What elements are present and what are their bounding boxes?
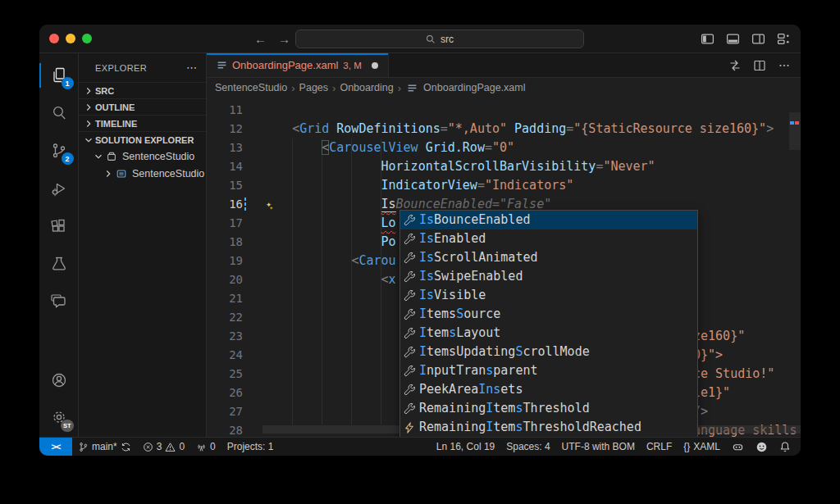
sidebar-section-src[interactable]: SRC — [79, 82, 206, 98]
xaml-file-icon — [217, 60, 227, 70]
suggest-item-remainingitemsthreshold[interactable]: RemainingItemsThreshold — [400, 399, 697, 418]
sidebar-section-outline[interactable]: OUTLINE — [79, 98, 206, 115]
property-icon — [404, 234, 415, 245]
tab-onboardingpage[interactable]: OnboardingPage.xaml 3, M — [207, 53, 389, 77]
forward-button[interactable]: → — [278, 32, 290, 46]
code-line-14[interactable]: 14 HorizontalScrollBarVisibility="Never" — [207, 157, 801, 176]
unsaved-dot-icon[interactable] — [372, 62, 378, 69]
tab-bar: OnboardingPage.xaml 3, M — [207, 53, 801, 78]
property-icon — [404, 309, 415, 320]
label: TIMELINE — [95, 119, 137, 129]
sidebar-item-testing[interactable] — [39, 245, 79, 283]
sidebar-item-extensions[interactable] — [39, 207, 79, 245]
account-icon — [49, 370, 69, 390]
close-window-button[interactable] — [49, 34, 59, 43]
search-box[interactable]: src — [295, 30, 584, 48]
suggest-item-inputtransparent[interactable]: InputTransparent — [400, 361, 697, 380]
suggest-item-isvisible[interactable]: IsVisible — [400, 286, 697, 305]
feedback-status[interactable] — [750, 441, 774, 453]
traffic-lights — [39, 34, 92, 43]
account-button[interactable] — [39, 361, 79, 399]
chevron-right-icon — [83, 118, 94, 129]
eol-status[interactable]: CRLF — [641, 441, 678, 452]
line-number: 16 — [207, 195, 243, 214]
tree-item-sentencestudio[interactable]: SentenceStudio — [79, 165, 206, 182]
sidebar-section-solution-explorer[interactable]: SOLUTION EXPLORER — [79, 131, 206, 148]
copilot-sparkle-icon[interactable]: ✦✦ — [266, 195, 276, 215]
toggle-panel-icon[interactable] — [726, 32, 740, 46]
overview-ruler-cursor-mark — [790, 121, 794, 125]
sidebar-actions-button[interactable]: ⋯ — [186, 61, 198, 74]
code-editor[interactable]: 10 ShellNavBarIsVisible="False">1112 <Gr… — [207, 98, 801, 437]
search-icon — [426, 34, 436, 44]
code-line-12[interactable]: 12 <Grid RowDefinitions="*,Auto" Padding… — [207, 120, 801, 138]
sidebar-item-source-control[interactable]: 2 — [39, 132, 79, 170]
suggest-item-itemsupdatingscrollmode[interactable]: ItemsUpdatingScrollMode — [400, 343, 697, 361]
more-actions-icon[interactable] — [778, 59, 791, 72]
tab-problems-badge: 3, M — [343, 61, 361, 70]
breadcrumb-item[interactable]: Pages — [299, 82, 328, 93]
back-button[interactable]: ← — [254, 32, 267, 46]
minimize-window-button[interactable] — [66, 34, 75, 43]
tree-item-sentencestudio[interactable]: SentenceStudio — [79, 148, 206, 165]
search-query: src — [441, 34, 454, 45]
open-changes-icon[interactable] — [728, 59, 742, 72]
notifications-status[interactable] — [774, 441, 801, 452]
problems-status[interactable]: 3 0 — [137, 438, 190, 456]
breadcrumb-separator: › — [291, 82, 294, 94]
code-line-15[interactable]: 15 IndicatorView="Indicators" — [207, 176, 801, 195]
language-status[interactable]: {} XAML — [678, 441, 726, 452]
sync-icon — [121, 442, 131, 452]
screen: ← → src — [0, 0, 840, 504]
customize-layout-icon[interactable] — [777, 32, 791, 46]
indentation-status[interactable]: Spaces: 4 — [500, 441, 555, 452]
line-number: 11 — [207, 101, 243, 120]
line-number: 21 — [207, 289, 243, 308]
line-number: 13 — [207, 138, 243, 157]
settings-badge: ST — [61, 420, 74, 432]
sidebar-item-chat[interactable] — [39, 283, 79, 320]
branch-status[interactable]: main* — [72, 438, 137, 456]
suggest-item-peekareainsets[interactable]: PeekAreaInsets — [400, 380, 697, 399]
label: SRC — [95, 86, 114, 96]
cursor-position-status[interactable]: Ln 16, Col 19 — [431, 441, 500, 452]
toggle-primary-sidebar-icon[interactable] — [701, 32, 714, 46]
ports-status[interactable]: 0 — [190, 438, 221, 456]
suggest-item-itemssource[interactable]: ItemsSource — [400, 305, 697, 324]
breadcrumb-item[interactable]: Onboarding — [340, 82, 393, 93]
label: OUTLINE — [95, 102, 135, 112]
property-icon — [404, 252, 415, 264]
suggest-item-isswipeenabled[interactable]: IsSwipeEnabled — [400, 267, 697, 286]
suggest-item-itemslayout[interactable]: ItemsLayout — [400, 324, 697, 343]
sidebar-item-explorer[interactable]: 1 — [39, 57, 79, 94]
sidebar-item-search[interactable] — [39, 94, 79, 132]
copilot-status[interactable] — [726, 441, 750, 453]
label: SOLUTION EXPLORER — [95, 135, 194, 145]
suggest-item-isbounceenabled[interactable]: IsBounceEnabled — [400, 211, 697, 229]
line-number: 27 — [207, 402, 243, 421]
suggest-item-isscrollanimated[interactable]: IsScrollAnimated — [400, 248, 697, 267]
line-number: 15 — [207, 176, 243, 195]
settings-button[interactable]: ST — [39, 399, 79, 437]
line-number: 28 — [207, 421, 243, 437]
split-editor-icon[interactable] — [753, 59, 766, 72]
suggest-item-isenabled[interactable]: IsEnabled — [400, 229, 697, 248]
remote-indicator[interactable]: >< — [39, 438, 72, 456]
error-icon — [143, 442, 153, 452]
code-line-13[interactable]: 13 <CarouselView Grid.Row="0" — [207, 138, 801, 157]
property-icon — [404, 384, 415, 396]
property-icon — [404, 347, 415, 358]
encoding-status[interactable]: UTF-8 with BOM — [556, 441, 641, 452]
property-icon — [404, 290, 415, 302]
vertical-scrollbar[interactable] — [789, 112, 801, 150]
suggest-item-remainingitemsthresholdreached[interactable]: RemainingItemsThresholdReached — [400, 418, 697, 437]
sidebar-item-run-debug[interactable] — [39, 170, 79, 207]
zoom-window-button[interactable] — [82, 34, 92, 43]
toggle-secondary-sidebar-icon[interactable] — [751, 32, 765, 46]
encoding-label: UTF-8 with BOM — [562, 441, 635, 452]
sidebar-section-timeline[interactable]: TIMELINE — [79, 115, 206, 131]
code-line-11[interactable]: 11 — [207, 101, 801, 120]
projects-status[interactable]: Projects: 1 — [221, 438, 280, 456]
breadcrumb-item[interactable]: SentenceStudio — [215, 82, 287, 93]
breadcrumb-item[interactable]: OnboardingPage.xaml — [423, 82, 525, 93]
